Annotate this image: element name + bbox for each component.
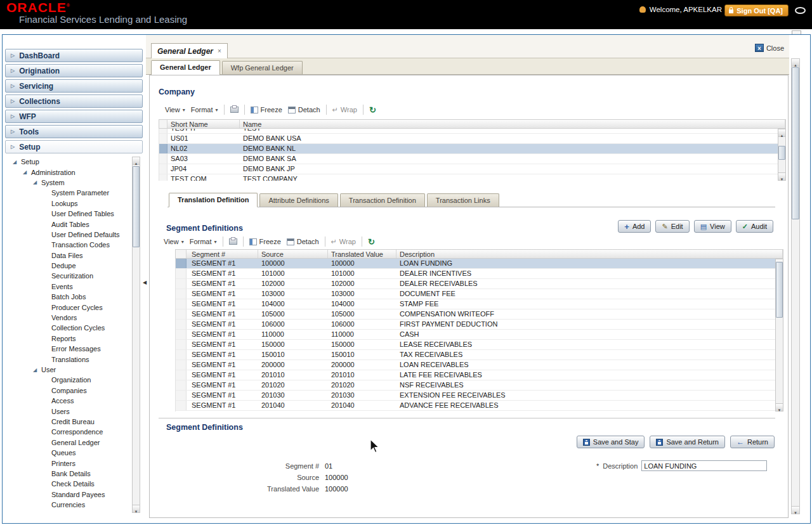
segment-row[interactable]: SEGMENT #1150010150010TAX RECEIVABLES: [176, 350, 783, 360]
sidebar-item-collections[interactable]: ▷Collections: [5, 94, 143, 108]
column-source[interactable]: Source: [258, 250, 328, 258]
tree-scrollbar[interactable]: [132, 157, 140, 513]
tab-transaction-links[interactable]: Transaction Links: [427, 193, 499, 207]
tree-item-access[interactable]: Access: [6, 396, 129, 406]
scroll-down-arrow[interactable]: [776, 403, 783, 411]
tree-item-securitization[interactable]: Securitization: [6, 271, 129, 281]
scroll-up-arrow[interactable]: [792, 59, 799, 67]
company-scrollbar[interactable]: [778, 129, 786, 181]
segment-row[interactable]: SEGMENT #1102000102000DEALER RECEIVABLES: [176, 279, 783, 289]
view-menu-button[interactable]: View▾: [164, 238, 184, 245]
tree-item-lookups[interactable]: Lookups: [6, 198, 129, 209]
format-menu-button[interactable]: Format▾: [191, 106, 218, 113]
tree-item-audit-tables[interactable]: Audit Tables: [6, 219, 129, 229]
tree-item-user-defined-tables[interactable]: User Defined Tables: [6, 209, 129, 219]
view-menu-button[interactable]: View▾: [165, 106, 185, 113]
segment-row[interactable]: SEGMENT #1103000103000DOCUMENT FEE: [176, 289, 783, 299]
tab-translation-definition[interactable]: Translation Definition: [169, 193, 258, 207]
wrap-button[interactable]: ↵Wrap: [332, 106, 357, 114]
main-scrollbar[interactable]: [791, 58, 800, 514]
segment-row[interactable]: SEGMENT #1201010201010LATE FEE RECEIVABL…: [176, 370, 783, 380]
refresh-button[interactable]: ↻: [368, 238, 375, 246]
view-button[interactable]: ▤View: [694, 220, 731, 233]
tree-item-dedupe[interactable]: Dedupe: [6, 261, 129, 271]
tree-item-user[interactable]: ◢User: [6, 365, 129, 375]
scroll-down-arrow[interactable]: [133, 505, 140, 512]
segment-row[interactable]: SEGMENT #1100000100000LOAN FUNDING: [176, 259, 783, 269]
segment-row[interactable]: SEGMENT #1201040201040ADVANCE FEE RECEIV…: [176, 401, 783, 411]
tree-item-vendors[interactable]: Vendors: [6, 313, 129, 323]
tree-item-batch-jobs[interactable]: Batch Jobs: [6, 292, 129, 302]
format-menu-button[interactable]: Format▾: [190, 238, 217, 245]
tree-item-organization[interactable]: Organization: [6, 375, 129, 385]
tree-item-queues[interactable]: Queues: [6, 448, 129, 458]
tree-item-user-defined-defaults[interactable]: User Defined Defaults: [6, 230, 129, 240]
tree-item-setup[interactable]: ◢Setup: [6, 157, 129, 167]
scrollbar-thumb[interactable]: [776, 262, 783, 318]
segment-row[interactable]: SEGMENT #1104000104000STAMP FEE: [176, 299, 783, 309]
detach-button[interactable]: Detach: [287, 238, 319, 245]
return-button[interactable]: ←Return: [730, 436, 775, 448]
tree-item-currencies[interactable]: Currencies: [6, 500, 129, 510]
close-button[interactable]: Close: [755, 44, 784, 52]
company-row[interactable]: US01DEMO BANK USA: [159, 134, 785, 144]
sidebar-item-setup[interactable]: ▷Setup: [5, 140, 143, 153]
freeze-button[interactable]: Freeze: [251, 106, 282, 113]
column-name[interactable]: Name: [240, 120, 785, 128]
user-menu[interactable]: Welcome, APKELKAR ▾: [639, 6, 728, 13]
tree-item-producer-cycles[interactable]: Producer Cycles: [6, 302, 129, 312]
tree-item-users[interactable]: Users: [6, 406, 129, 416]
sidebar-item-servicing[interactable]: ▷Servicing: [5, 79, 143, 93]
sidebar-item-origination[interactable]: ▷Origination: [5, 64, 143, 77]
edit-button[interactable]: ✎Edit: [655, 220, 689, 233]
company-row[interactable]: JP04DEMO BANK JP: [159, 164, 785, 174]
tab-general-ledger[interactable]: General Ledger: [151, 60, 220, 75]
segment-row[interactable]: SEGMENT #1106000106000FIRST PAYMENT DEDU…: [176, 320, 783, 330]
scroll-down-arrow[interactable]: [792, 506, 799, 514]
segment-row[interactable]: SEGMENT #1200000200000LOAN RECEIVABLES: [176, 360, 783, 370]
sidebar-item-tools[interactable]: ▷Tools: [5, 125, 143, 138]
segment-row[interactable]: SEGMENT #1150000150000LEASE RECEIVABLES: [176, 340, 783, 350]
column-translated-value[interactable]: Translated Value: [328, 250, 396, 258]
tree-item-transaction-codes[interactable]: Transaction Codes: [6, 240, 129, 250]
company-row[interactable]: SA03DEMO BANK SA: [159, 154, 785, 164]
tab-transaction-definition[interactable]: Transaction Definition: [340, 193, 425, 207]
tree-item-correspondence[interactable]: Correspondence: [6, 427, 129, 437]
audit-button[interactable]: ✓Audit: [736, 220, 773, 233]
print-button[interactable]: [230, 107, 239, 113]
scrollbar-thumb[interactable]: [792, 67, 799, 219]
segment-row[interactable]: SEGMENT #1105000105000COMPENSATION WRITE…: [176, 309, 783, 320]
freeze-button[interactable]: Freeze: [249, 238, 281, 245]
tree-item-credit-bureau[interactable]: Credit Bureau: [6, 417, 129, 427]
tree-item-check-details[interactable]: Check Details: [6, 479, 129, 489]
tree-item-companies[interactable]: Companies: [6, 386, 129, 396]
print-button[interactable]: [229, 238, 237, 245]
tree-item-printers[interactable]: Printers: [6, 458, 129, 468]
sidebar-item-dashboard[interactable]: ▷DashBoard: [5, 49, 143, 62]
scrollbar-thumb[interactable]: [133, 166, 140, 247]
tree-item-administration[interactable]: ◢Administration: [6, 167, 129, 177]
scroll-up-arrow[interactable]: [133, 157, 140, 165]
tree-item-bank-details[interactable]: Bank Details: [6, 469, 129, 479]
add-button[interactable]: +Add: [618, 220, 651, 233]
refresh-button[interactable]: ↻: [369, 106, 376, 114]
company-row[interactable]: NL02DEMO BANK NL: [159, 144, 785, 154]
segment-row[interactable]: SEGMENT #1201030201030EXTENSION FEE RECE…: [176, 391, 783, 401]
description-input[interactable]: [641, 460, 767, 471]
tab-wfp-general-ledger[interactable]: Wfp General Ledger: [222, 61, 303, 74]
tree-item-error-messages[interactable]: Error Messages: [6, 344, 129, 354]
save-and-return-button[interactable]: Save and Return: [650, 436, 725, 448]
column-description[interactable]: Description: [396, 250, 783, 258]
tree-item-general-ledger[interactable]: General Ledger: [6, 438, 129, 448]
window-tab-general-ledger[interactable]: General Ledger ×: [151, 43, 228, 58]
save-and-stay-button[interactable]: Save and Stay: [577, 436, 645, 448]
segment-row[interactable]: SEGMENT #1110000110000CASH: [176, 330, 783, 340]
tree-item-system-parameter[interactable]: System Parameter: [6, 188, 129, 198]
scroll-down-arrow[interactable]: [778, 172, 785, 180]
segment-scrollbar[interactable]: [775, 259, 783, 412]
tab-close-icon[interactable]: ×: [218, 48, 221, 55]
sidebar-item-wfp[interactable]: ▷WFP: [5, 110, 143, 123]
segment-row[interactable]: SEGMENT #1201020201020NSF RECEIVABLES: [176, 380, 783, 391]
tree-item-reports[interactable]: Reports: [6, 334, 129, 344]
wrap-button[interactable]: ↵Wrap: [331, 238, 356, 246]
